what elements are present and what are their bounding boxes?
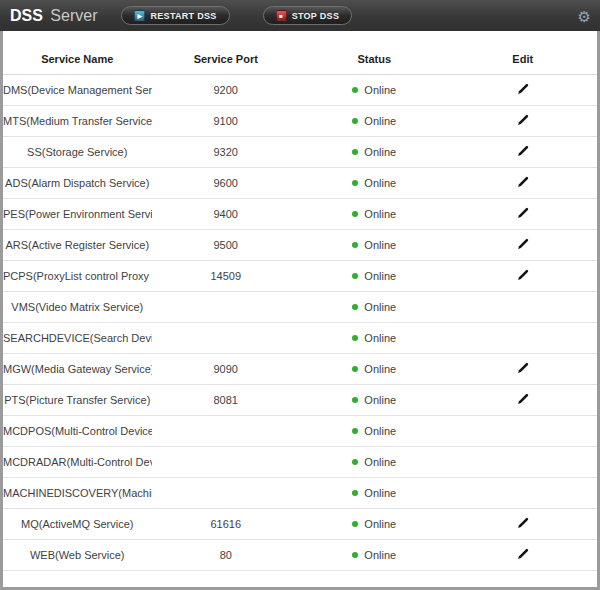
edit-pencil-icon[interactable] [516,145,529,158]
restart-play-icon: ▶ [134,10,145,21]
edit-pencil-icon[interactable] [516,517,529,530]
service-status: Online [300,518,449,530]
service-status: Online [300,487,449,499]
service-name: MTS(Medium Transfer Service) [3,115,152,127]
service-edit-cell [449,269,598,284]
status-label: Online [364,394,396,406]
service-edit-cell [449,300,598,315]
service-edit-cell [449,455,598,470]
online-dot-icon [352,335,358,341]
service-status: Online [300,239,449,251]
stop-dss-label: STOP DSS [292,11,340,21]
service-name: MQ(ActiveMQ Service) [3,518,152,530]
service-name: ADS(Alarm Dispatch Service) [3,177,152,189]
restart-dss-label: RESTART DSS [150,11,216,21]
edit-pencil-icon[interactable] [516,269,529,282]
service-edit-cell [449,238,598,253]
service-status: Online [300,363,449,375]
table-row: SEARCHDEVICE(Search Device Servi... Onli… [3,323,597,354]
restart-dss-button[interactable]: ▶ RESTART DSS [121,6,229,25]
service-name: VMS(Video Matrix Service) [3,301,152,313]
online-dot-icon [352,87,358,93]
service-name: MACHINEDISCOVERY(Machine Disco... [3,487,152,499]
gear-icon[interactable]: ⚙ [578,8,591,23]
online-dot-icon [352,180,358,186]
service-name: PCPS(ProxyList control Proxy Service) [3,270,152,282]
column-header-service-name: Service Name [3,53,152,65]
service-port: 14509 [152,270,301,282]
status-label: Online [364,363,396,375]
stop-dss-button[interactable]: ■ STOP DSS [263,6,353,25]
service-status: Online [300,394,449,406]
table-row: WEB(Web Service) 80 Online [3,540,597,571]
edit-pencil-icon[interactable] [516,238,529,251]
service-edit-cell [449,83,598,98]
app-title-dss: DSS [10,7,43,24]
status-label: Online [364,518,396,530]
edit-pencil-icon[interactable] [516,548,529,561]
service-port: 9200 [152,84,301,96]
service-edit-cell [449,331,598,346]
service-port: 9090 [152,363,301,375]
service-edit-cell [449,207,598,222]
service-name: PES(Power Environment Service) [3,208,152,220]
edit-pencil-icon[interactable] [516,207,529,220]
online-dot-icon [352,211,358,217]
status-label: Online [364,115,396,127]
service-name: ARS(Active Register Service) [3,239,152,251]
edit-pencil-icon[interactable] [516,393,529,406]
edit-pencil-icon[interactable] [516,176,529,189]
service-edit-cell [449,486,598,501]
online-dot-icon [352,428,358,434]
table-row: SS(Storage Service) 9320 Online [3,137,597,168]
column-header-edit: Edit [449,53,598,65]
status-label: Online [364,425,396,437]
service-status: Online [300,84,449,96]
service-name: SEARCHDEVICE(Search Device Servi... [3,332,152,344]
online-dot-icon [352,521,358,527]
service-status: Online [300,456,449,468]
online-dot-icon [352,242,358,248]
service-port: 9400 [152,208,301,220]
table-row: MACHINEDISCOVERY(Machine Disco... Online [3,478,597,509]
service-port: 80 [152,549,301,561]
service-port: 9500 [152,239,301,251]
status-label: Online [364,549,396,561]
service-name: MGW(Media Gateway Service) [3,363,152,375]
service-status: Online [300,425,449,437]
service-status: Online [300,208,449,220]
service-name: MCDPOS(Multi-Control Device) [3,425,152,437]
edit-pencil-icon[interactable] [516,362,529,375]
dss-server-window: DSS Server ▶ RESTART DSS ■ STOP DSS ⚙ Se… [0,0,600,590]
edit-pencil-icon[interactable] [516,114,529,127]
service-name: PTS(Picture Transfer Service) [3,394,152,406]
status-label: Online [364,301,396,313]
table-row: ADS(Alarm Dispatch Service) 9600 Online [3,168,597,199]
online-dot-icon [352,366,358,372]
app-title: DSS Server [10,7,97,25]
service-status: Online [300,549,449,561]
table-row: PTS(Picture Transfer Service) 8081 Onlin… [3,385,597,416]
stop-square-icon: ■ [276,10,287,21]
service-edit-cell [449,145,598,160]
service-port: 9320 [152,146,301,158]
service-name: DMS(Device Management Service) [3,84,152,96]
online-dot-icon [352,273,358,279]
service-status: Online [300,115,449,127]
status-label: Online [364,177,396,189]
table-row: ARS(Active Register Service) 9500 Online [3,230,597,261]
online-dot-icon [352,459,358,465]
service-name: MCDRADAR(Multi-Control Device) [3,456,152,468]
service-port: 9600 [152,177,301,189]
service-port: 61616 [152,518,301,530]
service-table: Service Name Service Port Status Edit DM… [3,31,597,587]
online-dot-icon [352,397,358,403]
online-dot-icon [352,304,358,310]
status-label: Online [364,456,396,468]
table-body: DMS(Device Management Service) 9200 Onli… [3,75,597,571]
column-header-service-port: Service Port [152,53,301,65]
column-header-status: Status [300,53,449,65]
table-row: PCPS(ProxyList control Proxy Service) 14… [3,261,597,292]
status-label: Online [364,84,396,96]
edit-pencil-icon[interactable] [516,83,529,96]
